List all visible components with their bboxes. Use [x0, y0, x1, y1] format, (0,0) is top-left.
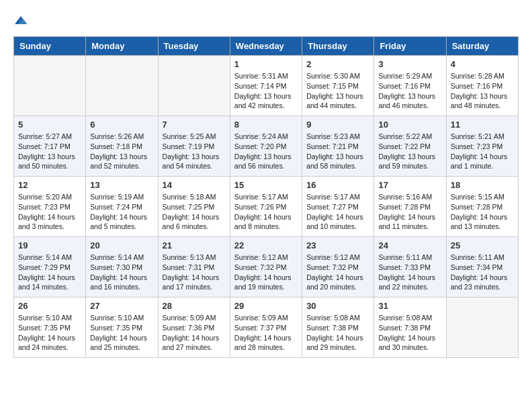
calendar-cell: 1Sunrise: 5:31 AMSunset: 7:14 PMDaylight… — [230, 56, 302, 116]
cell-info: Sunrise: 5:24 AMSunset: 7:20 PMDaylight:… — [234, 132, 298, 171]
day-number: 22 — [234, 240, 298, 250]
day-number: 28 — [163, 301, 226, 311]
cell-info: Sunrise: 5:08 AMSunset: 7:38 PMDaylight:… — [378, 313, 441, 353]
calendar-cell: 27Sunrise: 5:10 AMSunset: 7:35 PMDayligh… — [86, 298, 158, 358]
day-number: 31 — [378, 301, 441, 311]
cell-info: Sunrise: 5:10 AMSunset: 7:35 PMDaylight:… — [90, 313, 153, 353]
calendar-cell: 25Sunrise: 5:11 AMSunset: 7:34 PMDayligh… — [446, 237, 518, 298]
day-number: 24 — [378, 240, 441, 250]
calendar-cell: 4Sunrise: 5:28 AMSunset: 7:16 PMDaylight… — [446, 56, 518, 116]
calendar-header-saturday: Saturday — [446, 37, 518, 56]
day-number: 1 — [234, 59, 298, 69]
calendar-cell: 19Sunrise: 5:14 AMSunset: 7:29 PMDayligh… — [14, 237, 86, 298]
calendar-cell: 31Sunrise: 5:08 AMSunset: 7:38 PMDayligh… — [374, 298, 446, 358]
calendar-header-sunday: Sunday — [14, 37, 86, 56]
calendar-cell — [86, 56, 158, 116]
cell-info: Sunrise: 5:08 AMSunset: 7:38 PMDaylight:… — [306, 313, 369, 353]
day-number: 30 — [306, 301, 369, 311]
cell-info: Sunrise: 5:11 AMSunset: 7:33 PMDaylight:… — [378, 253, 441, 292]
day-number: 6 — [90, 120, 153, 130]
calendar-cell: 9Sunrise: 5:23 AMSunset: 7:21 PMDaylight… — [302, 116, 374, 177]
day-number: 8 — [234, 120, 298, 130]
calendar-cell — [446, 298, 518, 358]
day-number: 16 — [306, 180, 369, 190]
cell-info: Sunrise: 5:20 AMSunset: 7:23 PMDaylight:… — [18, 192, 81, 232]
calendar-week-row: 12Sunrise: 5:20 AMSunset: 7:23 PMDayligh… — [14, 177, 519, 237]
cell-info: Sunrise: 5:12 AMSunset: 7:32 PMDaylight:… — [234, 253, 298, 292]
calendar-cell: 26Sunrise: 5:10 AMSunset: 7:35 PMDayligh… — [14, 298, 86, 358]
day-number: 4 — [451, 59, 514, 69]
calendar-cell: 15Sunrise: 5:17 AMSunset: 7:26 PMDayligh… — [230, 177, 302, 237]
logo-text — [13, 13, 27, 30]
cell-info: Sunrise: 5:11 AMSunset: 7:34 PMDaylight:… — [451, 253, 514, 292]
day-number: 18 — [451, 180, 514, 190]
calendar-cell: 17Sunrise: 5:16 AMSunset: 7:28 PMDayligh… — [374, 177, 446, 237]
calendar-cell: 13Sunrise: 5:19 AMSunset: 7:24 PMDayligh… — [86, 177, 158, 237]
cell-info: Sunrise: 5:28 AMSunset: 7:16 PMDaylight:… — [451, 71, 514, 111]
calendar-cell: 8Sunrise: 5:24 AMSunset: 7:20 PMDaylight… — [230, 116, 302, 177]
calendar-cell: 21Sunrise: 5:13 AMSunset: 7:31 PMDayligh… — [158, 237, 230, 298]
cell-info: Sunrise: 5:29 AMSunset: 7:16 PMDaylight:… — [378, 71, 441, 111]
cell-info: Sunrise: 5:18 AMSunset: 7:25 PMDaylight:… — [163, 192, 226, 232]
calendar-cell: 18Sunrise: 5:15 AMSunset: 7:28 PMDayligh… — [446, 177, 518, 237]
day-number: 21 — [163, 240, 226, 250]
calendar-week-row: 1Sunrise: 5:31 AMSunset: 7:14 PMDaylight… — [14, 56, 519, 116]
calendar-cell: 12Sunrise: 5:20 AMSunset: 7:23 PMDayligh… — [14, 177, 86, 237]
calendar-cell: 23Sunrise: 5:12 AMSunset: 7:32 PMDayligh… — [302, 237, 374, 298]
cell-info: Sunrise: 5:09 AMSunset: 7:37 PMDaylight:… — [234, 313, 298, 353]
calendar-cell — [14, 56, 86, 116]
cell-info: Sunrise: 5:17 AMSunset: 7:27 PMDaylight:… — [306, 192, 369, 232]
logo-icon — [15, 14, 27, 26]
day-number: 5 — [18, 120, 81, 130]
cell-info: Sunrise: 5:21 AMSunset: 7:23 PMDaylight:… — [451, 132, 514, 171]
day-number: 7 — [163, 120, 226, 130]
calendar-cell: 3Sunrise: 5:29 AMSunset: 7:16 PMDaylight… — [374, 56, 446, 116]
cell-info: Sunrise: 5:13 AMSunset: 7:31 PMDaylight:… — [163, 253, 226, 292]
calendar-cell: 22Sunrise: 5:12 AMSunset: 7:32 PMDayligh… — [230, 237, 302, 298]
day-number: 29 — [234, 301, 298, 311]
calendar-week-row: 19Sunrise: 5:14 AMSunset: 7:29 PMDayligh… — [14, 237, 519, 298]
day-number: 2 — [306, 59, 369, 69]
calendar-cell: 10Sunrise: 5:22 AMSunset: 7:22 PMDayligh… — [374, 116, 446, 177]
logo — [13, 13, 27, 30]
day-number: 9 — [306, 120, 369, 130]
cell-info: Sunrise: 5:12 AMSunset: 7:32 PMDaylight:… — [306, 253, 369, 292]
page-header — [13, 13, 519, 30]
day-number: 26 — [18, 301, 81, 311]
calendar-cell: 29Sunrise: 5:09 AMSunset: 7:37 PMDayligh… — [230, 298, 302, 358]
cell-info: Sunrise: 5:22 AMSunset: 7:22 PMDaylight:… — [378, 132, 441, 171]
calendar-cell: 16Sunrise: 5:17 AMSunset: 7:27 PMDayligh… — [302, 177, 374, 237]
calendar-week-row: 26Sunrise: 5:10 AMSunset: 7:35 PMDayligh… — [14, 298, 519, 358]
day-number: 27 — [90, 301, 153, 311]
cell-info: Sunrise: 5:25 AMSunset: 7:19 PMDaylight:… — [163, 132, 226, 171]
calendar-cell: 28Sunrise: 5:09 AMSunset: 7:36 PMDayligh… — [158, 298, 230, 358]
day-number: 19 — [18, 240, 81, 250]
calendar-cell: 6Sunrise: 5:26 AMSunset: 7:18 PMDaylight… — [86, 116, 158, 177]
calendar-cell: 24Sunrise: 5:11 AMSunset: 7:33 PMDayligh… — [374, 237, 446, 298]
day-number: 14 — [163, 180, 226, 190]
calendar-header-monday: Monday — [86, 37, 158, 56]
cell-info: Sunrise: 5:15 AMSunset: 7:28 PMDaylight:… — [451, 192, 514, 232]
day-number: 23 — [306, 240, 369, 250]
calendar-header-row: SundayMondayTuesdayWednesdayThursdayFrid… — [14, 37, 519, 56]
calendar-cell: 7Sunrise: 5:25 AMSunset: 7:19 PMDaylight… — [158, 116, 230, 177]
cell-info: Sunrise: 5:14 AMSunset: 7:29 PMDaylight:… — [18, 253, 81, 292]
cell-info: Sunrise: 5:30 AMSunset: 7:15 PMDaylight:… — [306, 71, 369, 111]
cell-info: Sunrise: 5:09 AMSunset: 7:36 PMDaylight:… — [163, 313, 226, 353]
calendar-cell: 11Sunrise: 5:21 AMSunset: 7:23 PMDayligh… — [446, 116, 518, 177]
day-number: 11 — [451, 120, 514, 130]
cell-info: Sunrise: 5:23 AMSunset: 7:21 PMDaylight:… — [306, 132, 369, 171]
day-number: 10 — [378, 120, 441, 130]
calendar-cell: 30Sunrise: 5:08 AMSunset: 7:38 PMDayligh… — [302, 298, 374, 358]
calendar-table: SundayMondayTuesdayWednesdayThursdayFrid… — [13, 36, 519, 358]
calendar-cell: 14Sunrise: 5:18 AMSunset: 7:25 PMDayligh… — [158, 177, 230, 237]
calendar-cell — [158, 56, 230, 116]
day-number: 12 — [18, 180, 81, 190]
calendar-header-friday: Friday — [374, 37, 446, 56]
calendar-cell: 20Sunrise: 5:14 AMSunset: 7:30 PMDayligh… — [86, 237, 158, 298]
cell-info: Sunrise: 5:27 AMSunset: 7:17 PMDaylight:… — [18, 132, 81, 171]
day-number: 20 — [90, 240, 153, 250]
cell-info: Sunrise: 5:16 AMSunset: 7:28 PMDaylight:… — [378, 192, 441, 232]
cell-info: Sunrise: 5:26 AMSunset: 7:18 PMDaylight:… — [90, 132, 153, 171]
cell-info: Sunrise: 5:14 AMSunset: 7:30 PMDaylight:… — [90, 253, 153, 292]
